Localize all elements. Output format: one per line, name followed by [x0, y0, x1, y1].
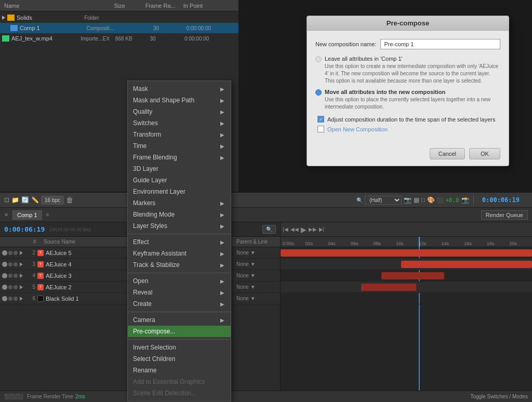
menu-item-track-stabilize[interactable]: Track & Stabilize ▶	[128, 259, 231, 271]
menu-item-create[interactable]: Create ▶	[128, 298, 231, 310]
checkbox1-input[interactable]: ✓	[317, 116, 324, 123]
render-queue-tab[interactable]: Render Queue	[481, 210, 528, 220]
eye-icon[interactable]	[2, 285, 7, 290]
cancel-button[interactable]: Cancel	[430, 148, 465, 159]
eye-icon[interactable]	[2, 250, 7, 256]
prev-frame-btn[interactable]: ◀◀	[290, 226, 299, 232]
ok-button[interactable]: OK	[469, 148, 500, 159]
lock-icon[interactable]	[8, 297, 12, 301]
menu-item-invert-selection[interactable]: Invert Selection	[128, 342, 231, 353]
next-frame-btn[interactable]: ▶▶	[309, 226, 317, 232]
col-frames: Frame Ra...	[143, 3, 181, 9]
file-timecode: 0:00:00:00	[187, 25, 236, 31]
parent-link[interactable]: None ▼	[236, 261, 278, 267]
menu-item-switches[interactable]: Switches ▶	[128, 117, 231, 129]
jump-start-btn[interactable]: |◀	[283, 226, 288, 232]
keyframe-section: |◀ ◀◀ ▶ ▶▶ ▶| 0:00s 02s 04s 06s 08s 10s …	[281, 222, 532, 402]
menu-item-guide-layer[interactable]: Guide Layer	[128, 175, 231, 186]
collapse-icon[interactable]	[14, 285, 18, 289]
menu-item-env-layer[interactable]: Environment Layer	[128, 186, 231, 197]
eye-icon[interactable]	[2, 273, 7, 278]
menu-item-mask-shape[interactable]: Mask and Shape Path ▶	[128, 95, 231, 106]
name-label: New composition name:	[315, 41, 376, 47]
expand-tri[interactable]	[20, 285, 23, 289]
eye-icon[interactable]	[2, 296, 7, 301]
menu-item-quality[interactable]: Quality ▶	[128, 106, 231, 117]
list-item[interactable]: Solids Folder	[0, 12, 238, 23]
time-mark: 12s	[419, 241, 442, 246]
kf-row	[281, 270, 532, 282]
menu-item-keyframe-assistant[interactable]: Keyframe Assistant ▶	[128, 248, 231, 259]
kf-bar	[361, 284, 416, 291]
menu-icon[interactable]: ≡	[46, 212, 49, 218]
menu-item-rename[interactable]: Rename	[128, 365, 231, 376]
menu-item-blending-mode[interactable]: Blending Mode ▶	[128, 209, 231, 220]
checkbox2-input[interactable]	[317, 126, 324, 132]
checkbox2-label: Open New Composition	[327, 126, 388, 132]
menu-item-open[interactable]: Open ▶	[128, 275, 231, 287]
menu-item-select-children[interactable]: Select Children	[128, 353, 231, 365]
play-btn[interactable]: ▶	[301, 225, 307, 234]
kf-row	[281, 259, 532, 270]
quality-select[interactable]: (Half)(Full)(Quarter)	[365, 196, 402, 205]
submenu-arrow: ▶	[220, 223, 224, 229]
collapse-icon[interactable]	[14, 274, 18, 278]
radio1-content: Leave all attributes in 'Comp 1' Use thi…	[325, 56, 500, 85]
layer-vis-icons	[2, 273, 18, 278]
collapse-icon[interactable]	[14, 297, 18, 301]
menu-item-mask[interactable]: Mask ▶	[128, 83, 231, 95]
time-mark: 16s	[464, 241, 487, 246]
preview-icon-1: 📷	[404, 196, 411, 204]
eye-icon[interactable]	[2, 262, 7, 267]
name-input[interactable]	[380, 39, 500, 49]
submenu-arrow: ▶	[220, 290, 224, 296]
expand-tri[interactable]	[20, 251, 23, 255]
menu-item-3d-layer[interactable]: 3D Layer	[128, 163, 231, 175]
time-mark: 04s	[328, 241, 351, 246]
close-comp-icon[interactable]: ✕	[4, 212, 8, 218]
radio1-button[interactable]	[315, 56, 322, 62]
expand-tri[interactable]	[20, 274, 23, 278]
menu-item-camera[interactable]: Camera ▶	[128, 314, 231, 326]
bpc-button[interactable]: 16 bpc	[41, 196, 64, 205]
menu-item-transform[interactable]: Transform ▶	[128, 129, 231, 140]
menu-item-precompose[interactable]: Pre-compose...	[128, 326, 231, 337]
checkbox1-row[interactable]: ✓ Adjust composition duration to the tim…	[317, 116, 500, 123]
precompose-dialog[interactable]: Pre-compose New composition name: Leave …	[307, 16, 509, 166]
parent-link[interactable]: None ▼	[236, 296, 278, 301]
lock-icon[interactable]	[8, 251, 12, 255]
radio2-row[interactable]: Move all attributes into the new composi…	[315, 89, 500, 111]
list-item[interactable]: Comp 1 Compositi... 30 0:00:00:00	[0, 23, 238, 33]
list-item[interactable]: AEJ_tex_w.mp4 Importe...EX 868 KB 30 0:0…	[0, 33, 238, 44]
menu-item-effect[interactable]: Effect ▶	[128, 236, 231, 248]
zoom-icon: 🔍	[356, 197, 363, 203]
lock-icon[interactable]	[8, 285, 12, 289]
menu-item-layer-styles[interactable]: Layer Styles ▶	[128, 220, 231, 232]
menu-item-reveal[interactable]: Reveal ▶	[128, 287, 231, 298]
layer-num: 2	[25, 250, 35, 256]
collapse-icon[interactable]	[14, 251, 18, 255]
collapse-icon[interactable]	[14, 262, 18, 266]
kf-row	[281, 247, 532, 259]
kf-row	[281, 282, 532, 293]
menu-item-frame-blending[interactable]: Frame Blending ▶	[128, 152, 231, 163]
parent-link[interactable]: None ▼	[236, 273, 278, 278]
col-header-link: Parent & Link	[236, 239, 278, 245]
parent-link[interactable]: None ▼	[236, 284, 278, 290]
toggle-switches[interactable]: Toggle Switches / Modes	[470, 394, 528, 399]
jump-end-btn[interactable]: ▶|	[319, 226, 325, 232]
expand-tri[interactable]	[20, 262, 23, 266]
lock-icon[interactable]	[8, 274, 12, 278]
search-input[interactable]: 🔍	[262, 225, 276, 234]
comp-tab[interactable]: Comp 1	[12, 210, 42, 220]
layer-vis-icons	[2, 296, 18, 301]
radio1-row[interactable]: Leave all attributes in 'Comp 1' Use thi…	[315, 56, 500, 85]
parent-link[interactable]: None ▼	[236, 250, 278, 256]
trash-icon[interactable]: 🗑	[66, 196, 73, 204]
menu-item-markers[interactable]: Markers ▶	[128, 197, 231, 209]
lock-icon[interactable]	[8, 262, 12, 266]
menu-item-time[interactable]: Time ▶	[128, 140, 231, 152]
expand-tri[interactable]	[20, 297, 23, 301]
radio2-button[interactable]	[315, 89, 322, 96]
checkbox2-row[interactable]: Open New Composition	[317, 126, 500, 132]
